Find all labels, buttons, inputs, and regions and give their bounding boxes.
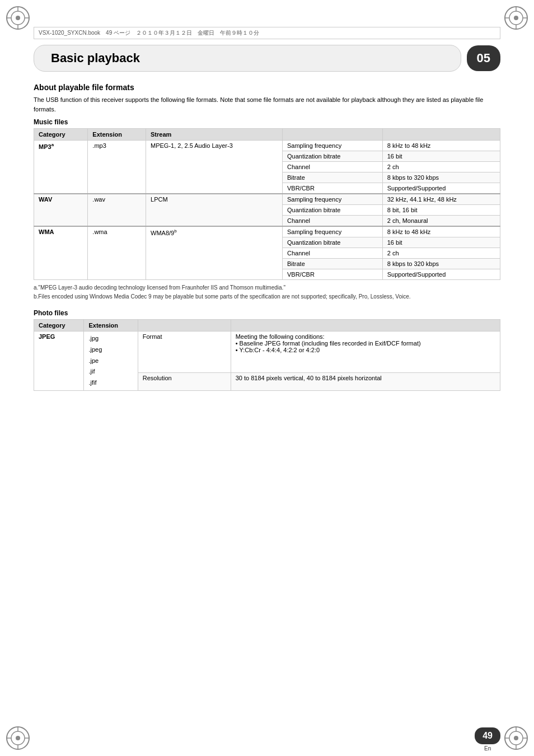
wma-param-5: VBR/CBR bbox=[282, 269, 382, 280]
photo-col-value bbox=[231, 320, 500, 332]
wma-value-5: Supported/Supported bbox=[382, 269, 500, 280]
jpeg-value-format: Meeting the following conditions: • Base… bbox=[231, 332, 500, 373]
mp3-value-5: Supported/Supported bbox=[382, 183, 500, 194]
col-stream: Stream bbox=[146, 129, 283, 141]
mp3-stream: MPEG-1, 2, 2.5 Audio Layer-3 bbox=[146, 141, 283, 194]
page-lang: En bbox=[475, 745, 500, 752]
table-row: WAV .wav LPCM Sampling frequency 32 kHz,… bbox=[34, 194, 500, 205]
wma-value-1: 8 kHz to 48 kHz bbox=[382, 226, 500, 237]
chapter-badge: 05 bbox=[467, 45, 500, 71]
header-file-info: VSX-1020_SYXCN.book 49 ページ ２０１０年３月１２日 金曜… bbox=[34, 27, 500, 39]
svg-point-16 bbox=[16, 736, 20, 740]
mp3-value-2: 16 bit bbox=[382, 151, 500, 162]
mp3-param-3: Channel bbox=[282, 162, 382, 172]
photo-files-table: Category Extension JPEG .jpg.jpeg.jpe.ji… bbox=[34, 319, 500, 391]
mp3-param-2: Quantization bitrate bbox=[282, 151, 382, 162]
title-section: Basic playback 05 bbox=[34, 45, 500, 72]
corner-decoration-tr bbox=[503, 4, 530, 31]
wav-category: WAV bbox=[34, 194, 88, 226]
music-footnotes: a."MPEG Layer-3 audio decoding technolog… bbox=[34, 283, 500, 301]
wav-stream: LPCM bbox=[146, 194, 283, 226]
svg-point-23 bbox=[514, 736, 518, 740]
wav-value-2: 8 bit, 16 bit bbox=[382, 205, 500, 216]
wma-param-2: Quantization bitrate bbox=[282, 237, 382, 248]
wav-param-3: Channel bbox=[282, 216, 382, 227]
photo-col-param bbox=[138, 320, 231, 332]
photo-col-category: Category bbox=[34, 320, 84, 332]
jpeg-param-resolution: Resolution bbox=[138, 372, 231, 390]
table-row: JPEG .jpg.jpeg.jpe.jif.jfif Format Meeti… bbox=[34, 332, 500, 373]
about-heading: About playable file formats bbox=[34, 83, 500, 92]
col-param bbox=[282, 129, 382, 141]
mp3-value-1: 8 kHz to 48 kHz bbox=[382, 141, 500, 151]
page-title: Basic playback bbox=[34, 45, 461, 72]
music-files-table: Category Extension Stream MP3a .mp3 MPEG… bbox=[34, 128, 500, 280]
about-description: The USB function of this receiver suppor… bbox=[34, 95, 500, 114]
wav-param-1: Sampling frequency bbox=[282, 194, 382, 205]
wav-param-2: Quantization bitrate bbox=[282, 205, 382, 216]
jpeg-param-format: Format bbox=[138, 332, 231, 373]
wma-param-3: Channel bbox=[282, 248, 382, 259]
page-number-section: 49 En bbox=[475, 727, 500, 752]
wav-ext: .wav bbox=[88, 194, 146, 226]
wma-param-1: Sampling frequency bbox=[282, 226, 382, 237]
file-info-text: VSX-1020_SYXCN.book 49 ページ ２０１０年３月１２日 金曜… bbox=[39, 29, 259, 37]
wma-category: WMA bbox=[34, 226, 88, 280]
jpeg-category: JPEG bbox=[34, 332, 84, 391]
wma-param-4: Bitrate bbox=[282, 259, 382, 269]
footnote-b: b.Files encoded using Windows Media Code… bbox=[34, 292, 500, 301]
photo-files-heading: Photo files bbox=[34, 309, 500, 317]
mp3-value-3: 2 ch bbox=[382, 162, 500, 172]
corner-decoration-tl bbox=[4, 4, 31, 31]
corner-decoration-br bbox=[503, 725, 530, 752]
mp3-param-4: Bitrate bbox=[282, 172, 382, 183]
wma-value-4: 8 kbps to 320 kbps bbox=[382, 259, 500, 269]
wav-value-1: 32 kHz, 44.1 kHz, 48 kHz bbox=[382, 194, 500, 205]
corner-decoration-bl bbox=[4, 725, 31, 752]
svg-point-9 bbox=[514, 16, 518, 20]
jpeg-value-resolution: 30 to 8184 pixels vertical, 40 to 8184 p… bbox=[231, 372, 500, 390]
mp3-category: MP3a bbox=[34, 141, 88, 194]
wma-stream: WMA8/9b bbox=[146, 226, 283, 280]
col-value bbox=[382, 129, 500, 141]
page-number-badge: 49 bbox=[475, 727, 500, 744]
main-content: Basic playback 05 About playable file fo… bbox=[34, 45, 500, 722]
col-extension: Extension bbox=[88, 129, 146, 141]
svg-point-2 bbox=[16, 16, 20, 20]
mp3-ext: .mp3 bbox=[88, 141, 146, 194]
wma-value-3: 2 ch bbox=[382, 248, 500, 259]
footnote-a: a."MPEG Layer-3 audio decoding technolog… bbox=[34, 283, 500, 292]
jpeg-ext: .jpg.jpeg.jpe.jif.jfif bbox=[84, 332, 138, 391]
mp3-param-1: Sampling frequency bbox=[282, 141, 382, 151]
col-category: Category bbox=[34, 129, 88, 141]
table-row: WMA .wma WMA8/9b Sampling frequency 8 kH… bbox=[34, 226, 500, 237]
mp3-param-5: VBR/CBR bbox=[282, 183, 382, 194]
photo-col-extension: Extension bbox=[84, 320, 138, 332]
wma-value-2: 16 bit bbox=[382, 237, 500, 248]
mp3-value-4: 8 kbps to 320 kbps bbox=[382, 172, 500, 183]
wma-ext: .wma bbox=[88, 226, 146, 280]
wav-value-3: 2 ch, Monaural bbox=[382, 216, 500, 227]
music-files-heading: Music files bbox=[34, 118, 500, 126]
table-row: MP3a .mp3 MPEG-1, 2, 2.5 Audio Layer-3 S… bbox=[34, 141, 500, 151]
